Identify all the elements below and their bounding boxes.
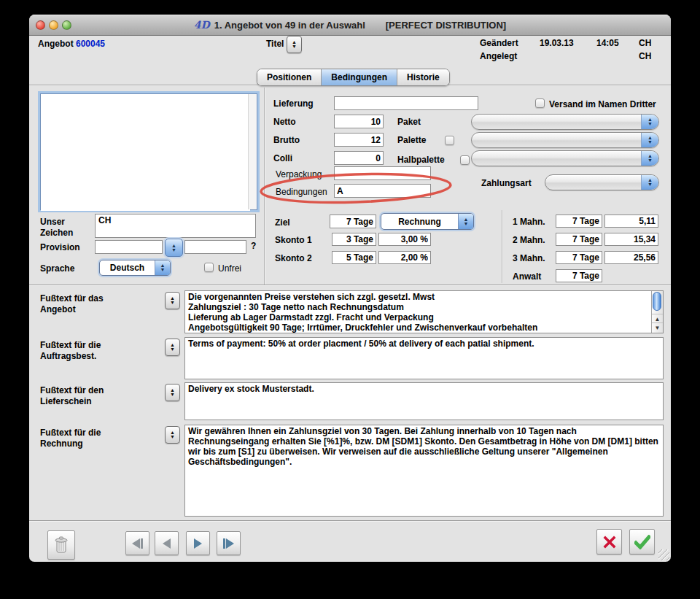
ziel-mode-dropdown[interactable]: Rechnung ▲▼ xyxy=(381,213,474,230)
fusstext-auftrag-stepper[interactable]: ▲▼ xyxy=(165,339,180,356)
bottom-bar-divider xyxy=(29,520,671,521)
cancel-x-icon xyxy=(602,535,617,549)
payment-divider xyxy=(502,210,502,283)
skonto2-label: Skonto 2 xyxy=(275,253,312,264)
popup-arrows-icon: ▲▼ xyxy=(458,214,473,229)
bedingungen-field[interactable] xyxy=(334,184,431,198)
window-title: 1. Angebot von 49 in der Auswahl xyxy=(214,20,365,31)
palette-checkbox[interactable] xyxy=(445,136,454,145)
titel-stepper[interactable]: ▲▼ xyxy=(287,36,302,53)
mahn1-days-field[interactable] xyxy=(556,215,602,228)
ziel-days-field[interactable] xyxy=(330,215,376,228)
geaendert-date: 19.03.13 xyxy=(540,38,574,49)
ziel-mode-selected-value: Rechnung xyxy=(381,217,458,227)
halbpalette-checkbox[interactable] xyxy=(460,155,470,165)
sprache-dropdown[interactable]: Deutsch ▲▼ xyxy=(99,260,171,276)
skonto1-label: Skonto 1 xyxy=(275,235,312,246)
delete-record-button[interactable] xyxy=(47,530,75,560)
tab-historie[interactable]: Historie xyxy=(397,69,449,85)
notes-box xyxy=(40,93,257,210)
provision-field-2[interactable] xyxy=(184,240,246,254)
resize-grip[interactable] xyxy=(658,549,669,560)
panel-divider xyxy=(264,88,265,285)
colli-field[interactable] xyxy=(334,151,384,165)
skonto1-pct-field[interactable] xyxy=(378,233,431,246)
fusstext-auftrag-textarea[interactable]: Terms of payment: 50% at order placment … xyxy=(184,337,664,379)
notes-scrollbar-track[interactable] xyxy=(248,94,257,209)
popup-arrows-icon: ▲▼ xyxy=(641,151,658,166)
halbpalette-dropdown[interactable]: ▲▼ xyxy=(471,150,659,166)
fusstext-angebot-label: Fußtext für das Angebot xyxy=(40,293,119,315)
tab-positionen[interactable]: Positionen xyxy=(257,69,322,85)
mahn2-fee-field[interactable] xyxy=(604,233,658,246)
confirm-button[interactable] xyxy=(629,529,655,554)
next-record-icon xyxy=(194,538,202,549)
first-record-icon xyxy=(132,538,143,549)
cancel-button[interactable] xyxy=(596,529,622,554)
fusstext-angebot-box: Die vorgenannten Preise verstehen sich z… xyxy=(184,290,664,333)
mahn3-fee-field[interactable] xyxy=(604,251,658,264)
zahlungsart-label: Zahlungsart xyxy=(481,178,532,189)
mahn2-days-field[interactable] xyxy=(556,233,602,246)
fusstext-lieferschein-label: Fußtext für den Lieferschein xyxy=(40,385,119,407)
tab-bedingungen[interactable]: Bedingungen xyxy=(322,69,397,85)
fusstext-lieferschein-textarea[interactable]: Delivery ex stock Musterstadt. xyxy=(184,382,664,420)
fusstext-rechnung-stepper[interactable]: ▲▼ xyxy=(165,426,180,444)
fusstext-rechnung-textarea[interactable]: Wir gewähren Ihnen ein Zahlunsgziel von … xyxy=(184,425,664,517)
skonto2-pct-field[interactable] xyxy=(378,251,431,264)
skonto1-days-field[interactable] xyxy=(332,233,376,246)
verpackung-label: Verpackung xyxy=(276,169,322,180)
footer-section-divider xyxy=(29,285,671,285)
bedingungen-label: Bedingungen xyxy=(276,187,327,198)
netto-field[interactable] xyxy=(334,115,384,128)
last-record-button[interactable] xyxy=(217,531,241,555)
provision-field-1[interactable] xyxy=(95,240,163,254)
verpackung-field[interactable] xyxy=(334,166,431,180)
unser-zeichen-field[interactable]: CH xyxy=(95,214,256,238)
popup-arrows-icon: ▲▼ xyxy=(155,260,170,275)
lieferung-field[interactable] xyxy=(334,96,478,110)
paket-dropdown[interactable]: ▲▼ xyxy=(471,114,659,130)
scrollbar-thumb[interactable] xyxy=(653,292,661,311)
provision-help-label: ? xyxy=(251,241,256,252)
angebot-label: Angebot xyxy=(38,39,74,50)
palette-dropdown[interactable]: ▲▼ xyxy=(471,132,659,148)
provision-label: Provision xyxy=(40,242,80,253)
fusstext-lieferschein-stepper[interactable]: ▲▼ xyxy=(165,384,180,401)
first-record-button[interactable] xyxy=(125,531,149,555)
window-titlebar[interactable]: 4D 1. Angebot von 49 in der Auswahl [PER… xyxy=(29,15,671,36)
versand-checkbox[interactable] xyxy=(535,98,545,108)
mahn3-days-field[interactable] xyxy=(556,251,602,264)
notes-textarea[interactable] xyxy=(41,94,250,211)
trash-icon xyxy=(52,535,70,555)
chevron-down-icon: ▼ xyxy=(170,435,175,439)
popup-arrows-icon: ▲▼ xyxy=(641,115,658,129)
sprache-label: Sprache xyxy=(40,263,74,274)
chevron-down-icon: ▼ xyxy=(170,347,175,352)
skonto2-days-field[interactable] xyxy=(332,251,376,264)
mahn1-fee-field[interactable] xyxy=(604,215,658,228)
next-record-button[interactable] xyxy=(186,531,210,555)
fusstext-angebot-stepper[interactable]: ▲▼ xyxy=(165,292,180,309)
last-record-icon xyxy=(223,538,234,549)
chevron-down-icon: ▼ xyxy=(171,248,176,252)
brutto-field[interactable] xyxy=(334,133,384,147)
popup-arrows-icon: ▲▼ xyxy=(641,133,658,147)
angebot-number: 600045 xyxy=(76,39,105,50)
chevron-down-icon: ▼ xyxy=(170,301,175,305)
zahlungsart-dropdown[interactable]: ▲▼ xyxy=(545,174,659,190)
unser-zeichen-label: Unser Zeichen xyxy=(40,217,88,239)
scrollbar-track[interactable]: ▲ ▼ xyxy=(651,291,663,333)
brutto-label: Brutto xyxy=(273,135,300,146)
geaendert-time: 14:05 xyxy=(596,38,619,49)
scroll-down-icon[interactable]: ▼ xyxy=(652,322,663,332)
paket-label: Paket xyxy=(397,117,421,128)
fusstext-angebot-textarea[interactable]: Die vorgenannten Preise verstehen sich z… xyxy=(184,290,664,333)
4d-logo-icon: 4D xyxy=(194,19,210,31)
anwalt-days-field[interactable] xyxy=(556,269,602,282)
unfrei-checkbox[interactable] xyxy=(204,263,214,272)
provision-stepper[interactable]: ▲▼ xyxy=(165,239,183,257)
previous-record-button[interactable] xyxy=(155,531,179,555)
angelegt-label: Angelegt xyxy=(480,51,517,62)
mahn2-label: 2 Mahn. xyxy=(513,235,545,246)
